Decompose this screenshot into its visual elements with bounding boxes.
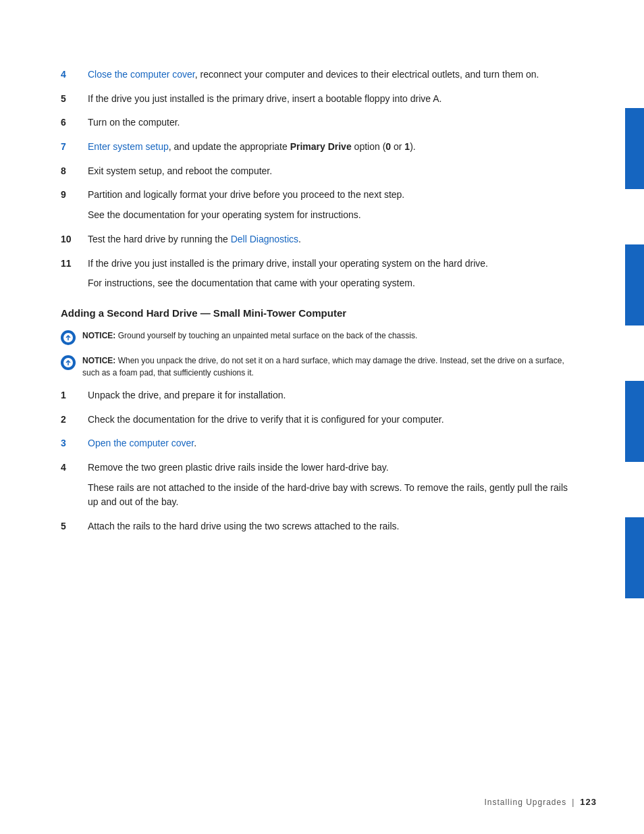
step-item-5: 5 If the drive you just installed is the… <box>61 92 578 107</box>
steps-group-2: 1 Unpack the drive, and prepare it for i… <box>61 388 578 534</box>
step-item-s4: 4 Remove the two green plastic drive rai… <box>61 461 578 510</box>
step-item-4: 4 Close the computer cover, reconnect yo… <box>61 68 578 82</box>
notice-block-1: NOTICE: Ground yourself by touching an u… <box>61 330 578 345</box>
step-content-s3: Open the computer cover. <box>88 436 578 451</box>
step-number-4: 4 <box>61 68 88 82</box>
dell-diagnostics-link[interactable]: Dell Diagnostics <box>231 234 298 244</box>
tab-block-4 <box>625 517 644 598</box>
step-number-8: 8 <box>61 164 88 179</box>
step-content-s4: Remove the two green plastic drive rails… <box>88 461 578 510</box>
step-content-9: Partition and logically format your driv… <box>88 188 578 222</box>
step-content-s1: Unpack the drive, and prepare it for ins… <box>88 388 578 403</box>
step-9-subpara: See the documentation for your operating… <box>88 208 578 223</box>
step-number-6: 6 <box>61 115 88 130</box>
step-item-s3: 3 Open the computer cover. <box>61 436 578 451</box>
section-heading-adding-second-drive: Adding a Second Hard Drive — Small Mini-… <box>61 307 578 319</box>
step-item-s2: 2 Check the documentation for the drive … <box>61 413 578 427</box>
footer-label: Installing Upgrades <box>484 798 566 807</box>
step-item-11: 11 If the drive you just installed is th… <box>61 257 578 291</box>
step-number-5: 5 <box>61 92 88 107</box>
footer-separator: | <box>572 798 574 807</box>
step-content-s2: Check the documentation for the drive to… <box>88 413 578 427</box>
step-number-s5: 5 <box>61 519 88 534</box>
tab-block-1 <box>625 108 644 189</box>
step-content-11: If the drive you just installed is the p… <box>88 257 578 291</box>
step-item-8: 8 Exit system setup, and reboot the comp… <box>61 164 578 179</box>
main-content: 4 Close the computer cover, reconnect yo… <box>0 0 625 834</box>
step-s4-subpara: These rails are not attached to the insi… <box>88 481 578 510</box>
step-content-5: If the drive you just installed is the p… <box>88 92 578 107</box>
step-item-10: 10 Test the hard drive by running the De… <box>61 232 578 247</box>
tab-block-3 <box>625 381 644 462</box>
step-number-s3: 3 <box>61 436 88 451</box>
step-number-7: 7 <box>61 140 88 155</box>
step-number-9: 9 <box>61 188 88 222</box>
open-computer-cover-link[interactable]: Open the computer cover <box>88 438 194 448</box>
tab-block-2 <box>625 244 644 325</box>
notice-text-2: NOTICE: When you unpack the drive, do no… <box>82 355 578 379</box>
step-item-9: 9 Partition and logically format your dr… <box>61 188 578 222</box>
enter-system-setup-link[interactable]: Enter system setup <box>88 141 169 152</box>
notice-block-2: NOTICE: When you unpack the drive, do no… <box>61 355 578 379</box>
step-number-11: 11 <box>61 257 88 291</box>
step-item-7: 7 Enter system setup, and update the app… <box>61 140 578 155</box>
step-item-6: 6 Turn on the computer. <box>61 115 578 130</box>
right-tabs <box>625 0 644 834</box>
step-number-s2: 2 <box>61 413 88 427</box>
step-content-s5: Attach the rails to the hard drive using… <box>88 519 578 534</box>
step-number-10: 10 <box>61 232 88 247</box>
page-container: 4 Close the computer cover, reconnect yo… <box>0 0 644 834</box>
step-11-subpara: For instructions, see the documentation … <box>88 276 578 291</box>
steps-group-1: 4 Close the computer cover, reconnect yo… <box>61 68 578 291</box>
step-item-s5: 5 Attach the rails to the hard drive usi… <box>61 519 578 534</box>
step-content-4: Close the computer cover, reconnect your… <box>88 68 578 82</box>
notice-icon-1 <box>61 330 76 345</box>
footer-bar: Installing Upgrades | 123 <box>484 797 597 807</box>
page-number: 123 <box>580 797 597 807</box>
step-content-6: Turn on the computer. <box>88 115 578 130</box>
step-number-s1: 1 <box>61 388 88 403</box>
close-cover-link[interactable]: Close the computer cover <box>88 69 195 80</box>
step-number-s4: 4 <box>61 461 88 510</box>
step-content-8: Exit system setup, and reboot the comput… <box>88 164 578 179</box>
notice-icon-2 <box>61 355 76 370</box>
step-content-7: Enter system setup, and update the appro… <box>88 140 578 155</box>
notice-text-1: NOTICE: Ground yourself by touching an u… <box>82 330 417 342</box>
step-content-10: Test the hard drive by running the Dell … <box>88 232 578 247</box>
step-item-s1: 1 Unpack the drive, and prepare it for i… <box>61 388 578 403</box>
